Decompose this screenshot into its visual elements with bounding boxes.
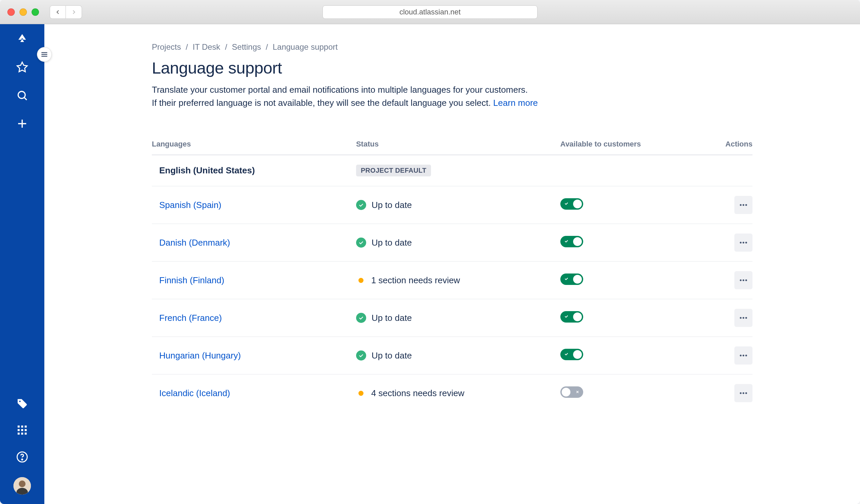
column-header-available: Available to customers xyxy=(560,140,692,155)
status-text: Up to date xyxy=(372,313,412,323)
breadcrumb-separator: / xyxy=(225,42,227,52)
breadcrumb-link[interactable]: IT Desk xyxy=(192,42,220,52)
svg-rect-7 xyxy=(21,426,23,428)
page-title: Language support xyxy=(152,58,752,77)
svg-point-5 xyxy=(19,401,21,402)
global-sidebar xyxy=(0,24,44,504)
status-text: Up to date xyxy=(372,350,412,361)
language-link[interactable]: French (France) xyxy=(152,313,222,323)
availability-toggle[interactable] xyxy=(560,386,583,398)
table-row: Icelandic (Iceland)4 sections needs revi… xyxy=(152,374,752,412)
table-row: French (France)Up to date xyxy=(152,299,752,337)
svg-point-42 xyxy=(745,392,747,394)
svg-point-29 xyxy=(740,279,742,281)
column-header-languages: Languages xyxy=(152,140,356,155)
availability-toggle[interactable] xyxy=(560,311,583,322)
create-icon[interactable] xyxy=(15,117,29,130)
svg-point-40 xyxy=(740,392,742,394)
availability-toggle[interactable] xyxy=(560,198,583,210)
availability-toggle[interactable] xyxy=(560,274,583,285)
check-circle-icon xyxy=(356,200,366,210)
apps-grid-icon[interactable] xyxy=(15,423,29,437)
svg-point-26 xyxy=(740,242,742,243)
forward-button[interactable] xyxy=(66,5,82,19)
app-body: Projects / IT Desk / Settings / Language… xyxy=(0,24,860,504)
svg-rect-9 xyxy=(18,429,20,431)
svg-point-37 xyxy=(745,355,747,356)
column-header-status: Status xyxy=(356,140,560,155)
main-content: Projects / IT Desk / Settings / Language… xyxy=(44,24,860,504)
tag-icon[interactable] xyxy=(15,397,29,410)
status-text: 4 sections needs review xyxy=(371,388,464,399)
language-link[interactable]: Icelandic (Iceland) xyxy=(152,388,230,399)
table-row: Danish (Denmark)Up to date xyxy=(152,224,752,261)
window-controls xyxy=(8,9,39,16)
browser-window: cloud.atlassian.net xyxy=(0,0,860,504)
description-text: If their preferred language is not avail… xyxy=(152,98,493,108)
svg-point-31 xyxy=(745,279,747,281)
languages-table: Languages Status Available to customers … xyxy=(152,140,752,412)
svg-point-27 xyxy=(742,242,744,243)
svg-marker-0 xyxy=(17,62,27,72)
default-language-label: English (United States) xyxy=(152,165,255,175)
help-icon[interactable] xyxy=(15,450,29,464)
url-text: cloud.atlassian.net xyxy=(399,8,461,16)
svg-point-32 xyxy=(740,317,742,318)
svg-point-34 xyxy=(745,317,747,318)
svg-rect-13 xyxy=(21,433,23,435)
breadcrumb-link[interactable]: Projects xyxy=(152,42,181,52)
learn-more-link[interactable]: Learn more xyxy=(493,98,538,108)
svg-rect-6 xyxy=(18,426,20,428)
status-text: 1 section needs review xyxy=(371,275,460,286)
minimize-window-button[interactable] xyxy=(19,9,27,16)
close-window-button[interactable] xyxy=(8,9,15,16)
breadcrumb-separator: / xyxy=(266,42,268,52)
more-actions-button[interactable] xyxy=(734,346,752,364)
check-circle-icon xyxy=(356,237,366,248)
svg-point-28 xyxy=(745,242,747,243)
svg-point-41 xyxy=(742,392,744,394)
more-actions-button[interactable] xyxy=(734,271,752,289)
warning-dot-icon xyxy=(358,391,363,396)
browser-titlebar: cloud.atlassian.net xyxy=(0,0,860,24)
svg-point-23 xyxy=(740,204,742,206)
nav-buttons xyxy=(50,5,82,19)
more-actions-button[interactable] xyxy=(734,196,752,214)
url-bar[interactable]: cloud.atlassian.net xyxy=(322,5,538,19)
back-button[interactable] xyxy=(50,5,66,19)
breadcrumb: Projects / IT Desk / Settings / Language… xyxy=(152,42,752,52)
language-link[interactable]: Danish (Denmark) xyxy=(152,237,230,248)
star-icon[interactable] xyxy=(15,60,29,74)
column-header-actions: Actions xyxy=(692,140,752,155)
status-text: Up to date xyxy=(372,237,412,248)
product-logo-icon[interactable] xyxy=(15,32,29,46)
svg-point-24 xyxy=(742,204,744,206)
svg-rect-12 xyxy=(18,433,20,435)
more-actions-button[interactable] xyxy=(734,309,752,327)
language-link[interactable]: Finnish (Finland) xyxy=(152,275,225,286)
language-link[interactable]: Spanish (Spain) xyxy=(152,200,221,210)
page-description: Translate your customer portal and email… xyxy=(152,83,752,110)
more-actions-button[interactable] xyxy=(734,384,752,402)
svg-point-25 xyxy=(745,204,747,206)
search-icon[interactable] xyxy=(15,89,29,102)
svg-point-35 xyxy=(740,355,742,356)
availability-toggle[interactable] xyxy=(560,349,583,360)
project-default-badge: PROJECT DEFAULT xyxy=(356,164,431,176)
warning-dot-icon xyxy=(358,278,363,283)
availability-toggle[interactable] xyxy=(560,236,583,247)
breadcrumb-separator: / xyxy=(186,42,188,52)
svg-rect-14 xyxy=(25,433,27,435)
table-row: Spanish (Spain)Up to date xyxy=(152,186,752,224)
breadcrumb-current: Language support xyxy=(273,42,338,52)
avatar[interactable] xyxy=(13,477,31,494)
maximize-window-button[interactable] xyxy=(32,9,39,16)
sidebar-toggle-button[interactable] xyxy=(37,47,52,62)
more-actions-button[interactable] xyxy=(734,233,752,252)
check-circle-icon xyxy=(356,313,366,323)
svg-point-18 xyxy=(19,480,26,487)
breadcrumb-link[interactable]: Settings xyxy=(232,42,261,52)
svg-point-1 xyxy=(18,91,25,99)
svg-point-33 xyxy=(742,317,744,318)
language-link[interactable]: Hungarian (Hungary) xyxy=(152,350,241,361)
